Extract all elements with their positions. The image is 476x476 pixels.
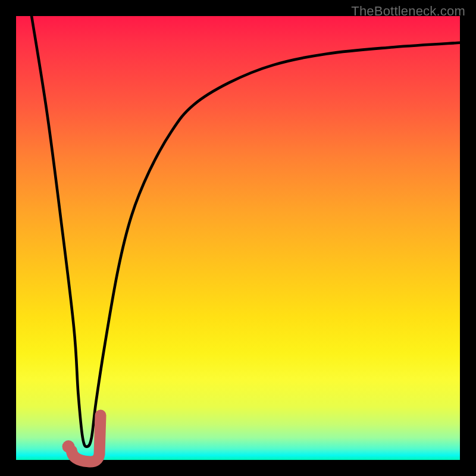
marker-j-dot: [62, 440, 75, 453]
chart-frame: TheBottleneck.com: [0, 0, 476, 476]
plot-area: [16, 16, 460, 460]
curve-layer: [16, 16, 460, 460]
marker-j-stroke: [71, 415, 101, 462]
bottleneck-curve: [32, 16, 460, 447]
watermark-text: TheBottleneck.com: [351, 4, 465, 19]
